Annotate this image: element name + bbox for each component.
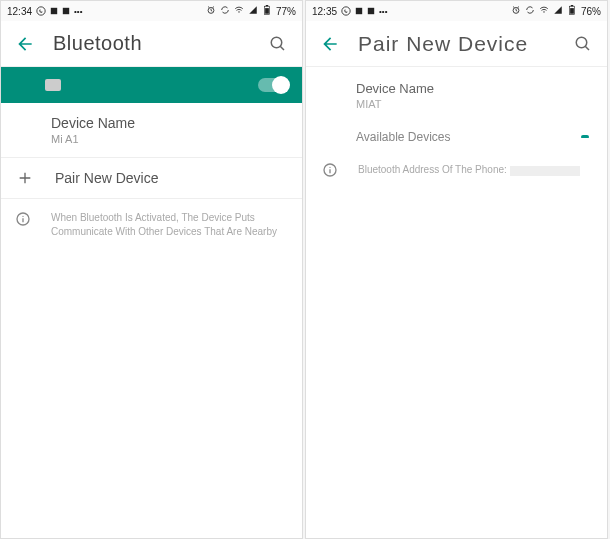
battery-percent: 77% [276, 6, 296, 17]
device-name-item[interactable]: Device Name MIAT [306, 67, 607, 120]
svg-rect-1 [51, 8, 57, 14]
info-text: When Bluetooth Is Activated, The Device … [51, 211, 288, 239]
notification-icon [50, 7, 58, 15]
search-icon[interactable] [573, 34, 593, 54]
svg-rect-2 [63, 8, 69, 14]
loading-spinner-icon [581, 135, 589, 139]
address-text: Bluetooth Address Of The Phone: [358, 164, 580, 175]
available-devices-header: Available Devices [306, 120, 607, 154]
battery-percent: 76% [581, 6, 601, 17]
status-time: 12:35 [312, 6, 337, 17]
wifi-icon [539, 5, 549, 17]
svg-rect-11 [356, 8, 362, 14]
pair-new-device-item[interactable]: Pair New Device [1, 158, 302, 199]
device-name-label: Device Name [51, 115, 252, 131]
address-redacted [510, 166, 580, 176]
sync-icon [220, 5, 230, 17]
status-left: 12:35 ••• [312, 6, 387, 17]
bluetooth-toggle[interactable] [258, 78, 288, 92]
whatsapp-icon [341, 6, 351, 16]
svg-point-10 [342, 7, 350, 15]
phone-right: 12:35 ••• [305, 0, 608, 539]
status-left: 12:34 ••• [7, 6, 82, 17]
app-bar: Bluetooth [1, 21, 302, 67]
signal-icon [248, 5, 258, 17]
plus-icon [15, 170, 35, 186]
svg-rect-12 [368, 8, 374, 14]
app-bar: Pair New Device [306, 21, 607, 67]
info-row: When Bluetooth Is Activated, The Device … [1, 199, 302, 251]
wifi-icon [234, 5, 244, 17]
notification-icon-2 [367, 7, 375, 15]
battery-icon [262, 5, 272, 17]
status-bar: 12:34 ••• [1, 1, 302, 21]
page-title: Pair New Device [358, 32, 555, 56]
signal-icon [553, 5, 563, 17]
bluetooth-address-row: Bluetooth Address Of The Phone: [306, 154, 607, 186]
svg-rect-5 [266, 5, 269, 6]
status-bar: 12:35 ••• [306, 1, 607, 21]
info-icon [15, 211, 31, 227]
search-icon[interactable] [268, 34, 288, 54]
alarm-icon [511, 5, 521, 17]
svg-rect-6 [265, 8, 269, 14]
address-label: Bluetooth Address Of The Phone: [358, 164, 507, 175]
device-name-value: MIAT [356, 98, 557, 110]
svg-point-17 [576, 37, 587, 48]
whatsapp-icon [36, 6, 46, 16]
notification-dots: ••• [379, 7, 387, 16]
available-label: Available Devices [356, 130, 451, 144]
svg-point-9 [22, 216, 23, 217]
bluetooth-toggle-bar [1, 67, 302, 103]
device-name-label: Device Name [356, 81, 557, 96]
sync-icon [525, 5, 535, 17]
status-time: 12:34 [7, 6, 32, 17]
status-right: 76% [511, 5, 601, 17]
notification-icon-2 [62, 7, 70, 15]
svg-point-7 [271, 37, 282, 48]
svg-point-0 [37, 7, 45, 15]
page-title: Bluetooth [53, 32, 250, 55]
device-name-item[interactable]: Device Name Mi A1 [1, 103, 302, 158]
pair-label: Pair New Device [55, 170, 158, 186]
alarm-icon [206, 5, 216, 17]
bluetooth-chip-icon [45, 79, 61, 91]
battery-icon [567, 5, 577, 17]
device-name-value: Mi A1 [51, 133, 252, 145]
notification-icon [355, 7, 363, 15]
back-icon[interactable] [320, 34, 340, 54]
back-icon[interactable] [15, 34, 35, 54]
info-icon [320, 162, 340, 178]
status-right: 77% [206, 5, 296, 17]
phone-left: 12:34 ••• [0, 0, 303, 539]
notification-dots: ••• [74, 7, 82, 16]
svg-rect-16 [570, 8, 574, 14]
svg-rect-15 [571, 5, 574, 6]
svg-point-19 [329, 167, 330, 168]
